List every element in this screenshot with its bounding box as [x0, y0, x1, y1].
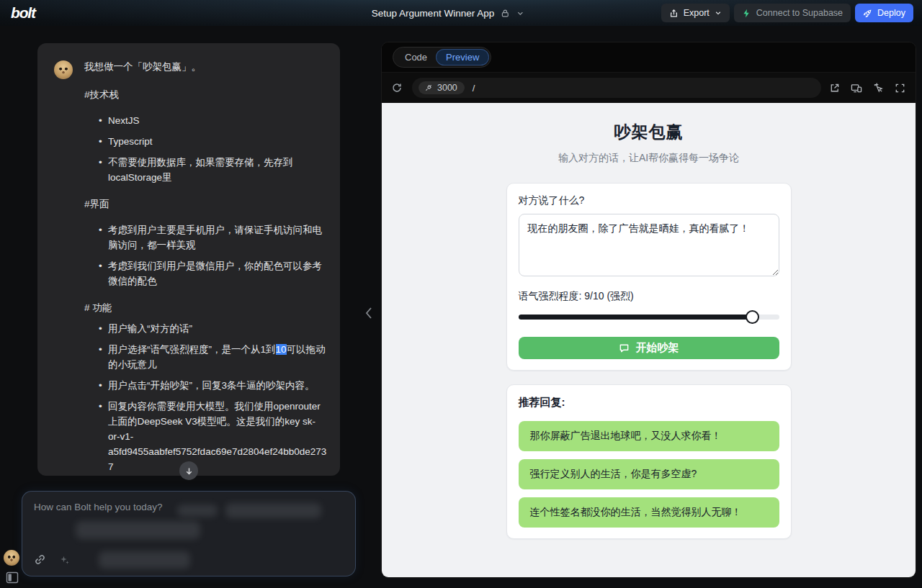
tab-code[interactable]: Code	[395, 50, 437, 65]
export-icon	[669, 9, 679, 18]
fullscreen-icon[interactable]	[895, 83, 905, 94]
blurred-content	[99, 551, 190, 569]
argument-input-card: 对方说了什么? 现在的朋友圈，除了广告就是晒娃，真的看腻了！ 语气强烈程度: 9…	[506, 183, 792, 371]
list-item: 考虑到用户主要是手机用户，请保证手机访问和电脑访问，都一样美观	[84, 222, 327, 253]
open-external-icon[interactable]	[829, 83, 840, 94]
features-heading: # 功能	[84, 300, 327, 315]
responsive-devices-icon[interactable]	[851, 83, 862, 94]
chat-transcript[interactable]: 我想做一个「吵架包赢」。 #技术栈 NextJS Typescript 不需要使…	[37, 43, 340, 476]
chevron-down-icon	[715, 9, 722, 17]
app-subtitle: 输入对方的话，让AI帮你赢得每一场争论	[382, 152, 916, 165]
argument-input-label: 对方说了什么?	[519, 194, 779, 207]
url-path: /	[473, 83, 475, 94]
top-bar: bolt Setup Argument Winner App Export Co…	[0, 0, 922, 26]
app-preview-frame: 吵架包赢 输入对方的话，让AI帮你赢得每一场争论 对方说了什么? 现在的朋友圈，…	[382, 103, 916, 577]
list-item: 考虑到我们到用户是微信用户，你的配色可以参考微信的配色	[84, 258, 327, 289]
bolt-logo[interactable]: bolt	[11, 4, 35, 22]
project-title: Setup Argument Winner App	[372, 8, 494, 19]
reply-bubble[interactable]: 那你屏蔽广告退出地球吧，又没人求你看！	[519, 421, 779, 451]
composer-toolbar	[34, 553, 71, 566]
refresh-icon[interactable]	[390, 81, 404, 95]
list-item: 用户点击“开始吵架”，回复3条牛逼的吵架内容。	[84, 378, 327, 393]
start-argument-button[interactable]: 开始吵架	[519, 337, 779, 359]
attach-link-icon[interactable]	[34, 553, 46, 566]
list-item: 用户选择“语气强烈程度”，是一个从1到10可以拖动的小玩意儿	[84, 342, 327, 372]
list-item: 回复内容你需要使用大模型。我们使用openrouter上面的DeepSeek V…	[84, 399, 327, 474]
list-item: 不需要使用数据库，如果需要存储，先存到localStorage里	[84, 155, 327, 185]
chat-composer[interactable]: How can Bolt help you today?	[22, 491, 356, 576]
sidebar-toggle-icon[interactable]	[6, 571, 19, 584]
ui-heading: #界面	[84, 196, 327, 212]
reply-bubble[interactable]: 强行定义别人的生活，你是有多空虚?	[519, 459, 779, 489]
workbench-tab-bar: Code Preview	[382, 42, 916, 73]
tone-slider[interactable]	[519, 310, 779, 324]
connect-supabase-button[interactable]: Connect to Supabase	[734, 4, 851, 22]
argument-textarea[interactable]: 现在的朋友圈，除了广告就是晒娃，真的看腻了！	[519, 214, 779, 276]
tech-stack-heading: #技术栈	[84, 87, 327, 102]
deploy-button[interactable]: Deploy	[855, 4, 913, 22]
chat-panel: 我想做一个「吵架包赢」。 #技术栈 NextJS Typescript 不需要使…	[37, 43, 340, 476]
address-input[interactable]: 3000 /	[412, 78, 821, 98]
list-item: 用户输入“对方的话”	[84, 321, 327, 336]
selected-text: 10	[276, 344, 287, 355]
suggested-replies-card: 推荐回复: 那你屏蔽广告退出地球吧，又没人求你看！ 强行定义别人的生活，你是有多…	[506, 384, 792, 539]
lock-icon	[501, 9, 510, 18]
arrow-down-icon	[184, 466, 194, 476]
supabase-bolt-icon	[742, 9, 751, 18]
chat-message-intro: 我想做一个「吵架包赢」。	[84, 59, 327, 74]
tone-slider-fill	[519, 315, 753, 320]
port-plug-icon	[424, 83, 433, 92]
reply-bubble[interactable]: 连个性签名都没你的生活，当然觉得别人无聊！	[519, 497, 779, 528]
features-list: 用户输入“对方的话” 用户选择“语气强烈程度”，是一个从1到10可以拖动的小玩意…	[84, 321, 327, 474]
project-title-group[interactable]: Setup Argument Winner App	[372, 8, 524, 19]
collapse-chat-chevron-left-icon[interactable]	[362, 303, 375, 323]
composer-placeholder: How can Bolt help you today?	[34, 502, 163, 512]
sparkles-icon[interactable]	[58, 553, 71, 566]
user-avatar	[54, 60, 73, 79]
list-item: NextJS	[84, 113, 327, 128]
port-badge[interactable]: 3000	[419, 81, 465, 94]
tech-stack-list: NextJS Typescript 不需要使用数据库，如果需要存储，先存到loc…	[84, 113, 327, 185]
list-item: Typescript	[84, 134, 327, 149]
inspect-cursor-icon[interactable]	[873, 83, 884, 94]
app-title: 吵架包赢	[382, 121, 916, 143]
chat-bubble-icon	[619, 343, 630, 353]
tone-slider-thumb[interactable]	[746, 310, 759, 324]
account-avatar[interactable]	[4, 550, 19, 566]
rocket-icon	[863, 9, 872, 18]
tab-preview[interactable]: Preview	[437, 50, 488, 65]
preview-url-bar: 3000 /	[382, 73, 916, 103]
topbar-actions: Export Connect to Supabase Deploy	[661, 4, 913, 22]
blurred-content	[76, 521, 200, 539]
workbench-panel: Code Preview 3000 /	[381, 42, 916, 578]
replies-heading: 推荐回复:	[519, 396, 779, 410]
scroll-to-bottom-button[interactable]	[179, 461, 198, 480]
code-preview-toggle: Code Preview	[393, 47, 491, 68]
export-button[interactable]: Export	[661, 4, 730, 22]
tone-slider-label: 语气强烈程度: 9/10 (强烈)	[519, 290, 779, 303]
chevron-down-icon	[516, 9, 524, 17]
preview-toolbar-icons	[829, 83, 905, 94]
ui-list: 考虑到用户主要是手机用户，请保证手机访问和电脑访问，都一样美观 考虑到我们到用户…	[84, 222, 327, 289]
blurred-content	[177, 505, 218, 517]
blurred-content	[225, 503, 321, 518]
